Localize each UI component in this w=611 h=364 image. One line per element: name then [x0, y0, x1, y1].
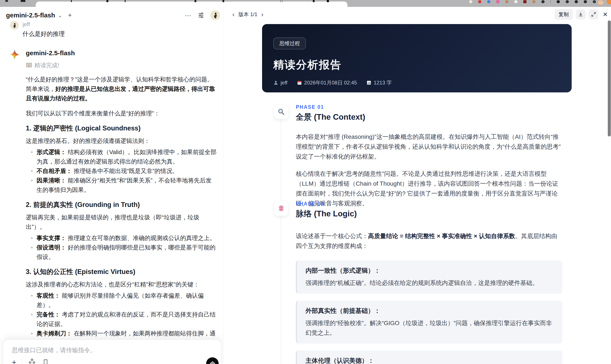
section-heading-3: 3. 认知的公正性 (Epistemic Virtues) — [26, 267, 217, 276]
chat-panel: gemini-2.5-flash ⌄ + ⋯ jeff 什么是好的推理 — [0, 7, 223, 364]
phase2-section: PHASE 02 脉络 (The Logic) 该论述基于一个核心公式：高质量结… — [296, 201, 562, 364]
brain-icon — [277, 205, 285, 212]
fullscreen-expand-button[interactable] — [589, 10, 598, 19]
list-item: 假设透明： 好的推理会明确指明哪些是已知事实，哪些是基于可能的假设。 — [26, 243, 217, 262]
browser-tool-icon[interactable] — [584, 0, 587, 3]
settings-sliders-icon[interactable] — [197, 12, 205, 19]
phase1-label: PHASE 01 — [296, 104, 562, 110]
dimension-card-3: 主体伦理（认识美德）： 转向推理者的心理特征。引入奥卡姆剃刀和反向论证，旨在克服… — [296, 351, 562, 364]
report-hero-card: 思维过程 精读分析报告 jeff 2026年01月08日 02:45 1213 … — [262, 24, 572, 92]
book-icon — [26, 63, 32, 68]
extension-icon[interactable] — [514, 0, 518, 3]
dimension-cards: 内部一致性（形式逻辑）： 强调推理的“机械正确”。结论必须在给定的规则系统内逻辑… — [296, 260, 562, 364]
new-chat-button[interactable]: + — [68, 12, 72, 18]
phase1-icon-box — [274, 104, 289, 119]
voice-input-button[interactable] — [206, 357, 219, 364]
browser-glyph-fragment — [71, 0, 72, 2]
artifact-panel: ‹ 版本 1/1 › 复制 ✕ 思维过程 精读分析报告 — [223, 7, 611, 364]
extension-icon[interactable] — [532, 0, 535, 3]
message-text: 什么是好的推理 — [23, 30, 65, 38]
phase2-lead: 该论述基于一个核心公式：高质量结论 = 结构完整性 × 事实准确性 × 认知自律… — [296, 231, 562, 251]
list-item: 不自相矛盾： 推理链条中不能出现“既是又非”的情况。 — [26, 166, 217, 176]
user-avatar[interactable] — [210, 10, 220, 20]
list-item: 完备性： 考虑了对立的观点和潜在的反证，而不是只选择支持自己结论的证据。 — [26, 310, 217, 329]
browser-glyph-fragment — [195, 0, 196, 2]
bullet-list: 形式逻辑： 结构必须有效（Valid）。比如演绎推理中，如果前提全部为真，那么通… — [26, 147, 217, 195]
phase2-icon-box — [274, 201, 289, 216]
skills-diamonds-icon[interactable] — [28, 358, 36, 364]
toolbar-divider — [550, 0, 551, 3]
message-composer[interactable]: 思维接口已就绪，请传输指令。 + — [3, 339, 221, 364]
section-heading-2: 2. 前提的真实性 (Grounding in Truth) — [26, 200, 217, 209]
dimension-card-1: 内部一致性（形式逻辑）： 强调推理的“机械正确”。结论必须在给定的规则系统内逻辑… — [296, 260, 562, 294]
browser-extensions-row — [469, 0, 596, 3]
browser-glyph-fragment — [313, 0, 315, 2]
gemini-star-icon — [10, 49, 19, 60]
user-avatar — [10, 21, 19, 30]
list-item: 客观性： 能够识别并尽量排除个人偏见（如幸存者偏差、确认偏差）。 — [26, 291, 217, 310]
magnifier-icon — [277, 108, 285, 116]
report-meta: jeff 2026年01月08日 02:45 1213 字 — [273, 79, 560, 86]
browser-profile-avatar[interactable] — [598, 0, 604, 5]
phase2-title: 脉络 (The Logic) — [296, 208, 562, 219]
browser-tool-icon[interactable] — [557, 0, 560, 3]
copy-button[interactable]: 复制 — [555, 9, 573, 20]
calendar-icon — [297, 80, 302, 85]
phase1-title: 全景 (The Context) — [296, 112, 562, 122]
browser-glyph-fragment — [327, 0, 329, 2]
previous-version-button[interactable]: ‹ — [232, 11, 235, 18]
report-type-badge: 思维过程 — [273, 37, 306, 49]
section-lead-1: 这是推理的基石。好的推理必须遵循逻辑法则： — [26, 136, 217, 146]
report-title: 精读分析报告 — [273, 58, 560, 72]
composer-placeholder[interactable]: 思维接口已就绪，请传输指令。 — [12, 346, 213, 354]
browser-glyph-fragment — [5, 0, 8, 2]
report-author: jeff — [280, 80, 287, 86]
extension-icon[interactable] — [505, 0, 508, 3]
download-button[interactable] — [576, 10, 586, 19]
version-label: 版本 1/1 — [239, 11, 257, 18]
model-selector[interactable]: gemini-2.5-flash — [6, 12, 55, 19]
browser-glyph-fragment — [280, 0, 281, 2]
dimension-card-2: 外部真实性（前提基础）： 强调推理的“经验校准”。解决“GIGO（垃圾进，垃圾出… — [296, 301, 562, 344]
browser-tool-icon[interactable] — [575, 0, 578, 3]
phase1-paragraph-1: 本内容是对“推理 (Reasoning)”这一抽象概念的高层建模。在知识爆炸与人… — [296, 132, 562, 162]
browser-tool-icon[interactable] — [593, 0, 596, 3]
browser-glyph-fragment — [106, 0, 108, 2]
assistant-status: 精读完成! — [26, 62, 217, 69]
phase1-section: PHASE 01 全景 (The Context) 本内容是对“推理 (Reas… — [296, 104, 562, 208]
user-message: jeff 什么是好的推理 — [10, 21, 65, 38]
browser-glyph-fragment — [223, 0, 224, 2]
assistant-message: gemini-2.5-flash 精读完成! “什么是好的推理？”这是一个涉及逻… — [10, 49, 218, 364]
chevron-down-icon[interactable]: ⌄ — [58, 13, 62, 18]
list-item: 因果清晰： 能准确区分“相关性”和“因果关系”，不会轻率地将先后发生的事情归为因… — [26, 176, 217, 195]
section-lead-3: 这涉及推理者的心态和方法论，也是区分“杠精”和“思想家”的关键： — [26, 280, 217, 289]
browser-tool-icon[interactable] — [566, 0, 569, 3]
assistant-intro-2: 我们可以从以下四个维度来衡量什么是“好的推理”： — [26, 109, 217, 118]
assistant-name: gemini-2.5-flash — [26, 49, 75, 60]
more-options-icon[interactable]: ⋯ — [185, 12, 192, 19]
message-author: jeff — [23, 21, 65, 28]
scrollbar-thumb[interactable] — [608, 20, 611, 136]
close-icon[interactable]: ✕ — [603, 11, 608, 18]
extension-icon[interactable] — [523, 0, 527, 3]
extension-icon[interactable] — [496, 0, 499, 3]
report-word-count: 1213 字 — [374, 79, 392, 86]
attach-plus-button[interactable]: + — [12, 359, 16, 364]
section-lead-2: 逻辑再完美，如果前提是错误的，推理也是垃圾（即“垃圾进，垃圾出”）。 — [26, 213, 217, 232]
browser-omnibox[interactable] — [36, 1, 347, 7]
browser-corner-icon[interactable] — [607, 0, 611, 4]
user-icon — [273, 80, 279, 85]
extension-icon[interactable] — [487, 0, 490, 3]
extension-icon[interactable] — [541, 0, 545, 3]
extension-icon[interactable] — [478, 0, 481, 3]
list-item: 事实支撑： 推理建立在可靠的数据、准确的观测或公认的真理之上。 — [26, 233, 217, 243]
section-heading-1: 1. 逻辑的严密性 (Logical Soundness) — [26, 124, 217, 133]
browser-toolbar-strip — [0, 0, 611, 7]
chat-header: gemini-2.5-flash ⌄ + ⋯ — [6, 10, 220, 20]
next-version-button[interactable]: › — [261, 11, 263, 18]
extension-icon[interactable] — [469, 0, 472, 3]
assistant-status-text: 精读完成! — [34, 62, 59, 69]
bar-chart-icon — [366, 80, 372, 85]
bookmark-icon[interactable] — [42, 359, 49, 364]
bullet-list: 客观性： 能够识别并尽量排除个人偏见（如幸存者偏差、确认偏差）。 完备性： 考虑… — [26, 291, 217, 348]
